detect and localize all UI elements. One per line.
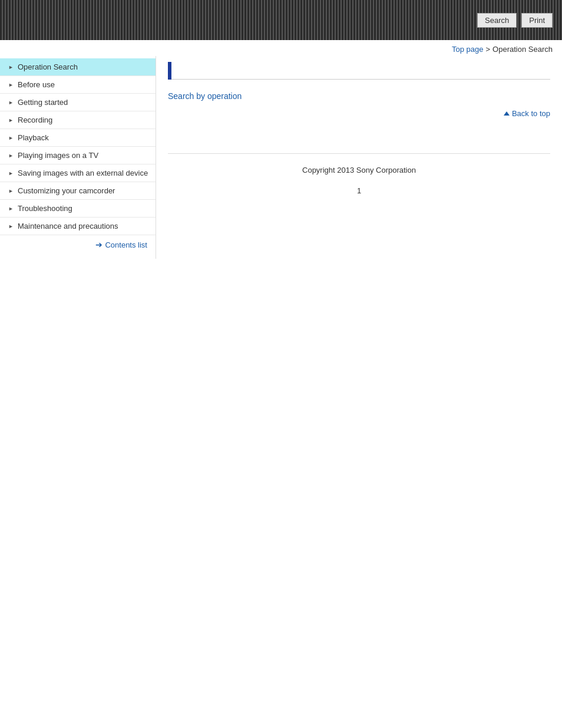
chevron-right-icon: ► (8, 153, 14, 159)
sidebar-item-label: Getting started (18, 98, 68, 107)
sidebar-item-label: Playback (18, 133, 49, 142)
sidebar-item-troubleshooting[interactable]: ► Troubleshooting (0, 200, 156, 218)
content-area: Search by operation Back to top Copyrigh… (156, 56, 562, 213)
sidebar-item-maintenance-precautions[interactable]: ► Maintenance and precautions (0, 218, 156, 235)
chevron-right-icon: ► (8, 64, 14, 70)
sidebar: ► Operation Search ► Before use ► Gettin… (0, 56, 156, 259)
back-to-top-container: Back to top (168, 109, 550, 118)
sidebar-item-saving-images[interactable]: ► Saving images with an external device (0, 164, 156, 182)
breadcrumb-top-page[interactable]: Top page (452, 45, 484, 54)
page-accent-block (168, 62, 550, 80)
chevron-right-icon: ► (8, 223, 14, 229)
sidebar-item-playing-images-tv[interactable]: ► Playing images on a TV (0, 147, 156, 164)
contents-list-link[interactable]: ➔ Contents list (0, 235, 156, 254)
chevron-right-icon: ► (8, 206, 14, 212)
sidebar-item-before-use[interactable]: ► Before use (0, 76, 156, 94)
chevron-right-icon: ► (8, 100, 14, 106)
back-to-top-label: Back to top (512, 109, 550, 118)
search-by-operation-link[interactable]: Search by operation (168, 91, 242, 101)
blue-accent-bar (168, 62, 171, 80)
sidebar-item-playback[interactable]: ► Playback (0, 129, 156, 147)
back-to-top-link[interactable]: Back to top (504, 109, 550, 118)
sidebar-item-customizing-camcorder[interactable]: ► Customizing your camcorder (0, 182, 156, 200)
sidebar-item-label: Operation Search (18, 62, 78, 71)
sidebar-item-label: Troubleshooting (18, 204, 72, 213)
breadcrumb: Top page > Operation Search (0, 40, 562, 56)
chevron-right-icon: ► (8, 117, 14, 123)
print-button[interactable]: Print (521, 13, 553, 28)
footer: Copyright 2013 Sony Corporation (168, 153, 550, 180)
chevron-right-icon: ► (8, 170, 14, 176)
breadcrumb-separator: > (486, 45, 491, 54)
accent-line (171, 79, 550, 80)
chevron-right-icon: ► (8, 82, 14, 88)
breadcrumb-current: Operation Search (492, 45, 553, 54)
sidebar-item-label: Customizing your camcorder (18, 186, 115, 195)
copyright-text: Copyright 2013 Sony Corporation (302, 166, 416, 174)
sidebar-item-label: Maintenance and precautions (18, 222, 118, 230)
sidebar-item-label: Recording (18, 116, 52, 124)
main-layout: ► Operation Search ► Before use ► Gettin… (0, 56, 562, 259)
arrow-right-icon: ➔ (95, 240, 103, 249)
contents-list-label: Contents list (105, 241, 147, 249)
header-bar: Search Print (0, 0, 562, 40)
chevron-right-icon: ► (8, 188, 14, 194)
search-button[interactable]: Search (477, 13, 517, 28)
triangle-up-icon (504, 111, 510, 116)
sidebar-item-label: Playing images on a TV (18, 151, 98, 160)
sidebar-item-label: Before use (18, 80, 55, 89)
sidebar-item-label: Saving images with an external device (18, 169, 148, 177)
sidebar-item-getting-started[interactable]: ► Getting started (0, 94, 156, 111)
chevron-right-icon: ► (8, 135, 14, 141)
sidebar-item-recording[interactable]: ► Recording (0, 111, 156, 129)
page-number: 1 (168, 180, 550, 201)
sidebar-item-operation-search[interactable]: ► Operation Search (0, 58, 156, 76)
